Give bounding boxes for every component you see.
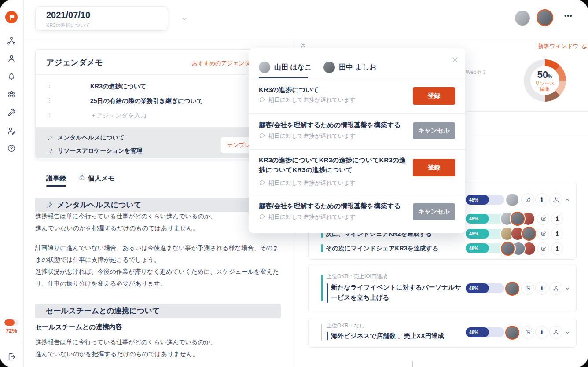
comment-icon xyxy=(259,96,265,103)
scroll-indicator[interactable] xyxy=(412,361,413,367)
avatar-participant-2[interactable] xyxy=(537,9,553,26)
register-button[interactable]: 登録 xyxy=(413,87,455,105)
parent-okr-label: 上位OKR：なし xyxy=(327,322,365,330)
modal-tab-label: 山田 はなこ xyxy=(274,63,312,72)
kr-title[interactable]: その次にマインドシェアKR3を達成する xyxy=(326,245,438,253)
avatar[interactable] xyxy=(511,212,525,226)
meeting-date-selector[interactable]: 2021/07/10 KR3の進捗について xyxy=(35,6,168,31)
help-icon[interactable] xyxy=(7,143,16,153)
resource-edit-link[interactable]: リソース 編集 xyxy=(535,81,555,92)
note-subheading: セールスチームとの連携内容 xyxy=(35,323,122,331)
okr-map-icon[interactable] xyxy=(7,36,16,46)
objective-title[interactable]: 海外ビジネスで店舗数 、売上XX円達成 xyxy=(331,331,467,341)
register-button[interactable]: 登録 xyxy=(413,159,455,176)
modal-tab-user-1[interactable]: 山田 はなこ xyxy=(259,62,312,73)
note-paragraph: 進捗報告は単に今行っている仕事がどのくらい進んでいるのか、 進んでいないのかを把… xyxy=(35,336,288,360)
drag-handle-icon[interactable] xyxy=(48,113,48,114)
agenda-item[interactable]: KR3の進捗について xyxy=(90,83,147,91)
progress-bar: 48% xyxy=(466,243,504,253)
donut-percent-unit: % xyxy=(548,73,552,79)
avatar xyxy=(259,62,270,73)
modal-item-status: 期日に対して進捗が遅れています xyxy=(268,213,356,221)
suggested-agenda-link[interactable]: おすすめのアジェンダ xyxy=(192,59,250,67)
modal-tab-user-2[interactable]: 田中 よしお xyxy=(323,62,377,73)
avatar[interactable] xyxy=(501,242,515,256)
agenda-item[interactable]: 25日の有給の際の業務引き継ぎについて xyxy=(90,97,203,105)
comment-icon xyxy=(259,213,265,220)
note-section-title: メンタルヘルスについて xyxy=(57,200,141,210)
progress-value: 48% xyxy=(469,246,478,251)
bell-icon[interactable] xyxy=(7,72,16,81)
edit-icon[interactable] xyxy=(521,282,534,295)
progress-bar: 48% xyxy=(466,327,504,337)
card-accent xyxy=(321,324,322,341)
pin-icon xyxy=(47,135,54,141)
agenda-card-divider xyxy=(36,74,281,75)
drag-handle-icon[interactable] xyxy=(48,98,48,99)
open-new-window-icon xyxy=(581,43,588,50)
agenda-input-placeholder[interactable]: ＋アジェンダを入力 xyxy=(90,112,147,120)
modal-item-title: KR3の進捗について xyxy=(259,86,319,94)
okr-map-icon[interactable] xyxy=(549,193,562,206)
app-logo[interactable] xyxy=(5,11,18,23)
tab-minutes[interactable]: 議事録 xyxy=(46,174,66,183)
okr-map-icon[interactable] xyxy=(549,326,562,339)
info-icon[interactable]: i xyxy=(551,213,563,225)
avatar[interactable] xyxy=(505,326,519,340)
flag-icon xyxy=(8,14,15,21)
progress-bar: 48% xyxy=(466,214,504,224)
modal-active-tab-underline xyxy=(259,77,308,78)
lock-icon xyxy=(78,174,85,181)
objective-title[interactable]: 新たなライフイベントに対するパーソナルサービスを立ち上げる xyxy=(331,283,463,303)
agenda-memo-card: アジェンダメモ おすすめのアジェンダ KR3の進捗について 25日の有給の際の業… xyxy=(35,49,283,159)
header-divider xyxy=(23,39,588,39)
group-icon[interactable] xyxy=(7,89,16,99)
app-window: 72% 2021/07/10 KR3の進捗について ••• アジェンダメモ おす… xyxy=(0,0,588,367)
cancel-button[interactable]: キャンセル xyxy=(413,122,455,139)
new-window-link[interactable]: 新規ウィンドウ xyxy=(538,42,588,50)
member-edit-icon[interactable] xyxy=(7,126,16,136)
left-icon-rail: 72% xyxy=(0,0,24,367)
info-icon[interactable]: i xyxy=(551,242,563,255)
progress-value: 48% xyxy=(469,330,478,335)
expand-icon[interactable] xyxy=(564,286,570,292)
edit-icon[interactable] xyxy=(521,326,534,339)
info-icon[interactable]: i xyxy=(535,326,548,339)
parent-okr-label: 上位OKR：売上XX円達成 xyxy=(327,273,387,280)
avatar[interactable] xyxy=(523,242,535,255)
avatar[interactable] xyxy=(505,282,519,296)
meeting-date-subtitle: KR3の進捗について xyxy=(46,22,90,29)
progress-value: 48% xyxy=(469,197,478,202)
avatar-participant-1[interactable] xyxy=(515,11,530,26)
agenda-title: アジェンダメモ xyxy=(46,57,103,68)
avatar[interactable] xyxy=(506,194,518,206)
progress-value: 48% xyxy=(469,216,478,221)
edit-icon[interactable] xyxy=(537,228,549,240)
pinned-agenda-item[interactable]: メンタルヘルスについて xyxy=(58,134,125,142)
note-paragraph: 計画通りに進んでいない場合、あるいは今後進まない事が予測される様な場合、そのま … xyxy=(35,242,288,290)
drag-handle-icon[interactable] xyxy=(48,84,48,84)
pinned-agenda-item[interactable]: リソースアロケーションを管理 xyxy=(58,147,142,155)
pin-icon xyxy=(46,202,53,209)
logout-icon[interactable] xyxy=(7,352,17,362)
info-icon[interactable]: i xyxy=(551,228,563,240)
tab-personal-memo[interactable]: 個人メモ xyxy=(88,174,115,183)
progress-value: 48% xyxy=(469,286,478,291)
more-menu-button[interactable]: ••• xyxy=(562,11,575,20)
edit-icon[interactable] xyxy=(537,213,549,225)
cancel-button[interactable]: キャンセル xyxy=(413,203,455,220)
edit-icon[interactable] xyxy=(537,242,549,255)
expand-icon[interactable] xyxy=(564,330,570,336)
info-icon[interactable]: i xyxy=(535,193,548,206)
wrench-icon[interactable] xyxy=(7,108,16,117)
modal-close-icon[interactable] xyxy=(450,55,460,65)
avatar[interactable] xyxy=(522,227,536,241)
progress-bar: 48% xyxy=(466,229,504,239)
edit-icon[interactable] xyxy=(521,193,534,206)
okr-map-icon[interactable] xyxy=(549,282,562,295)
info-icon[interactable]: i xyxy=(535,282,548,295)
modal-item-title: 顧客/会社を理解するための情報基盤を構築する xyxy=(259,121,401,129)
member-icon[interactable] xyxy=(7,54,16,63)
card-accent xyxy=(321,275,323,301)
collapse-icon[interactable] xyxy=(564,197,570,203)
